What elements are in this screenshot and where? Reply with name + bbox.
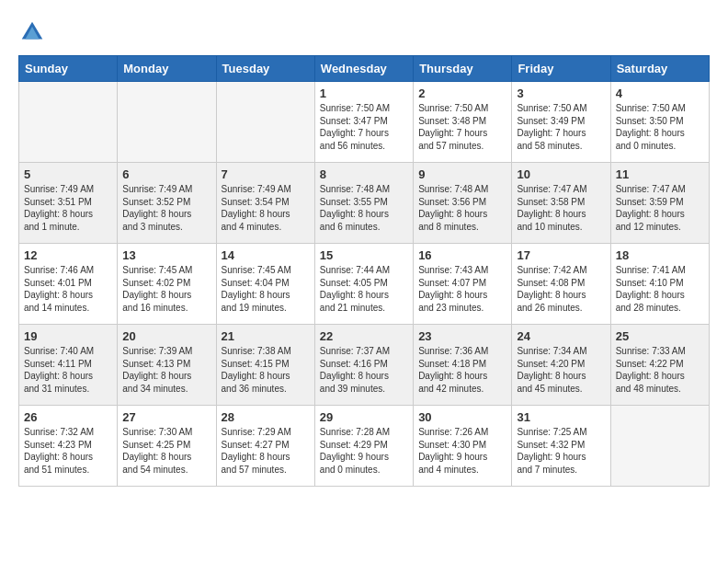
day-info: Sunrise: 7:39 AM Sunset: 4:13 PM Dayligh…: [122, 345, 210, 395]
day-info: Sunrise: 7:50 AM Sunset: 3:48 PM Dayligh…: [418, 102, 506, 152]
day-number: 24: [517, 329, 605, 343]
calendar-cell: 3Sunrise: 7:50 AM Sunset: 3:49 PM Daylig…: [512, 82, 610, 163]
calendar-cell: 15Sunrise: 7:44 AM Sunset: 4:05 PM Dayli…: [314, 244, 413, 325]
calendar-cell: 30Sunrise: 7:26 AM Sunset: 4:30 PM Dayli…: [414, 406, 512, 487]
day-number: 7: [222, 167, 310, 181]
calendar: SundayMondayTuesdayWednesdayThursdayFrid…: [18, 55, 710, 487]
calendar-week-1: 5Sunrise: 7:49 AM Sunset: 3:51 PM Daylig…: [19, 163, 710, 244]
calendar-week-4: 26Sunrise: 7:32 AM Sunset: 4:23 PM Dayli…: [19, 406, 710, 487]
page: SundayMondayTuesdayWednesdayThursdayFrid…: [0, 0, 728, 496]
day-info: Sunrise: 7:50 AM Sunset: 3:47 PM Dayligh…: [320, 102, 408, 152]
day-info: Sunrise: 7:36 AM Sunset: 4:18 PM Dayligh…: [418, 345, 506, 395]
calendar-cell: 31Sunrise: 7:25 AM Sunset: 4:32 PM Dayli…: [512, 406, 610, 487]
day-info: Sunrise: 7:41 AM Sunset: 4:10 PM Dayligh…: [616, 264, 704, 314]
day-info: Sunrise: 7:49 AM Sunset: 3:52 PM Dayligh…: [122, 183, 210, 233]
day-number: 17: [517, 248, 605, 262]
day-number: 31: [517, 410, 605, 424]
calendar-cell: 10Sunrise: 7:47 AM Sunset: 3:58 PM Dayli…: [512, 163, 610, 244]
day-info: Sunrise: 7:44 AM Sunset: 4:05 PM Dayligh…: [320, 264, 408, 314]
calendar-cell: 5Sunrise: 7:49 AM Sunset: 3:51 PM Daylig…: [19, 163, 118, 244]
calendar-cell: 8Sunrise: 7:48 AM Sunset: 3:55 PM Daylig…: [314, 163, 413, 244]
calendar-cell: 27Sunrise: 7:30 AM Sunset: 4:25 PM Dayli…: [118, 406, 216, 487]
day-number: 11: [616, 167, 704, 181]
calendar-cell: 17Sunrise: 7:42 AM Sunset: 4:08 PM Dayli…: [512, 244, 610, 325]
calendar-cell: [19, 82, 118, 163]
calendar-cell: 29Sunrise: 7:28 AM Sunset: 4:29 PM Dayli…: [314, 406, 413, 487]
calendar-cell: 2Sunrise: 7:50 AM Sunset: 3:48 PM Daylig…: [414, 82, 512, 163]
calendar-week-2: 12Sunrise: 7:46 AM Sunset: 4:01 PM Dayli…: [19, 244, 710, 325]
calendar-cell: 25Sunrise: 7:33 AM Sunset: 4:22 PM Dayli…: [610, 325, 709, 406]
day-info: Sunrise: 7:43 AM Sunset: 4:07 PM Dayligh…: [418, 264, 506, 314]
calendar-cell: 7Sunrise: 7:49 AM Sunset: 3:54 PM Daylig…: [216, 163, 314, 244]
day-info: Sunrise: 7:25 AM Sunset: 4:32 PM Dayligh…: [517, 426, 605, 476]
day-number: 10: [517, 167, 605, 181]
day-info: Sunrise: 7:49 AM Sunset: 3:54 PM Dayligh…: [222, 183, 310, 233]
calendar-week-0: 1Sunrise: 7:50 AM Sunset: 3:47 PM Daylig…: [19, 82, 710, 163]
day-info: Sunrise: 7:45 AM Sunset: 4:02 PM Dayligh…: [122, 264, 210, 314]
day-number: 3: [517, 86, 605, 100]
calendar-cell: 19Sunrise: 7:40 AM Sunset: 4:11 PM Dayli…: [19, 325, 118, 406]
day-number: 30: [418, 410, 506, 424]
day-number: 6: [122, 167, 210, 181]
day-number: 2: [418, 86, 506, 100]
calendar-cell: 11Sunrise: 7:47 AM Sunset: 3:59 PM Dayli…: [610, 163, 709, 244]
calendar-cell: 23Sunrise: 7:36 AM Sunset: 4:18 PM Dayli…: [414, 325, 512, 406]
calendar-header-thursday: Thursday: [414, 56, 512, 82]
day-number: 18: [616, 248, 704, 262]
calendar-week-3: 19Sunrise: 7:40 AM Sunset: 4:11 PM Dayli…: [19, 325, 710, 406]
calendar-cell: 16Sunrise: 7:43 AM Sunset: 4:07 PM Dayli…: [414, 244, 512, 325]
day-number: 9: [418, 167, 506, 181]
day-number: 21: [222, 329, 310, 343]
day-info: Sunrise: 7:28 AM Sunset: 4:29 PM Dayligh…: [320, 426, 408, 476]
day-number: 23: [418, 329, 506, 343]
day-info: Sunrise: 7:47 AM Sunset: 3:59 PM Dayligh…: [616, 183, 704, 233]
day-info: Sunrise: 7:48 AM Sunset: 3:55 PM Dayligh…: [320, 183, 408, 233]
day-number: 15: [320, 248, 408, 262]
calendar-header-monday: Monday: [118, 56, 216, 82]
day-info: Sunrise: 7:30 AM Sunset: 4:25 PM Dayligh…: [122, 426, 210, 476]
day-number: 13: [122, 248, 210, 262]
calendar-header-tuesday: Tuesday: [216, 56, 314, 82]
calendar-cell: 1Sunrise: 7:50 AM Sunset: 3:47 PM Daylig…: [314, 82, 413, 163]
day-number: 16: [418, 248, 506, 262]
calendar-cell: 28Sunrise: 7:29 AM Sunset: 4:27 PM Dayli…: [216, 406, 314, 487]
day-number: 12: [24, 248, 112, 262]
day-info: Sunrise: 7:47 AM Sunset: 3:58 PM Dayligh…: [517, 183, 605, 233]
day-number: 25: [616, 329, 704, 343]
day-number: 4: [616, 86, 704, 100]
day-number: 8: [320, 167, 408, 181]
header: [18, 18, 710, 46]
day-info: Sunrise: 7:29 AM Sunset: 4:27 PM Dayligh…: [222, 426, 310, 476]
day-info: Sunrise: 7:42 AM Sunset: 4:08 PM Dayligh…: [517, 264, 605, 314]
day-info: Sunrise: 7:26 AM Sunset: 4:30 PM Dayligh…: [418, 426, 506, 476]
calendar-header-row: SundayMondayTuesdayWednesdayThursdayFrid…: [19, 56, 710, 82]
calendar-cell: 22Sunrise: 7:37 AM Sunset: 4:16 PM Dayli…: [314, 325, 413, 406]
day-number: 14: [222, 248, 310, 262]
day-info: Sunrise: 7:33 AM Sunset: 4:22 PM Dayligh…: [616, 345, 704, 395]
day-number: 19: [24, 329, 112, 343]
day-number: 20: [122, 329, 210, 343]
calendar-header-friday: Friday: [512, 56, 610, 82]
day-info: Sunrise: 7:50 AM Sunset: 3:49 PM Dayligh…: [517, 102, 605, 152]
day-info: Sunrise: 7:37 AM Sunset: 4:16 PM Dayligh…: [320, 345, 408, 395]
day-info: Sunrise: 7:45 AM Sunset: 4:04 PM Dayligh…: [222, 264, 310, 314]
day-info: Sunrise: 7:32 AM Sunset: 4:23 PM Dayligh…: [24, 426, 112, 476]
calendar-header-sunday: Sunday: [19, 56, 118, 82]
calendar-cell: [216, 82, 314, 163]
day-info: Sunrise: 7:50 AM Sunset: 3:50 PM Dayligh…: [616, 102, 704, 152]
day-number: 5: [24, 167, 112, 181]
calendar-cell: [610, 406, 709, 487]
calendar-cell: 12Sunrise: 7:46 AM Sunset: 4:01 PM Dayli…: [19, 244, 118, 325]
calendar-cell: 14Sunrise: 7:45 AM Sunset: 4:04 PM Dayli…: [216, 244, 314, 325]
day-number: 29: [320, 410, 408, 424]
day-info: Sunrise: 7:48 AM Sunset: 3:56 PM Dayligh…: [418, 183, 506, 233]
calendar-header-saturday: Saturday: [610, 56, 709, 82]
day-info: Sunrise: 7:34 AM Sunset: 4:20 PM Dayligh…: [517, 345, 605, 395]
logo: [18, 18, 50, 46]
calendar-cell: 21Sunrise: 7:38 AM Sunset: 4:15 PM Dayli…: [216, 325, 314, 406]
day-info: Sunrise: 7:49 AM Sunset: 3:51 PM Dayligh…: [24, 183, 112, 233]
calendar-cell: 9Sunrise: 7:48 AM Sunset: 3:56 PM Daylig…: [414, 163, 512, 244]
day-info: Sunrise: 7:46 AM Sunset: 4:01 PM Dayligh…: [24, 264, 112, 314]
day-number: 27: [122, 410, 210, 424]
calendar-cell: 4Sunrise: 7:50 AM Sunset: 3:50 PM Daylig…: [610, 82, 709, 163]
